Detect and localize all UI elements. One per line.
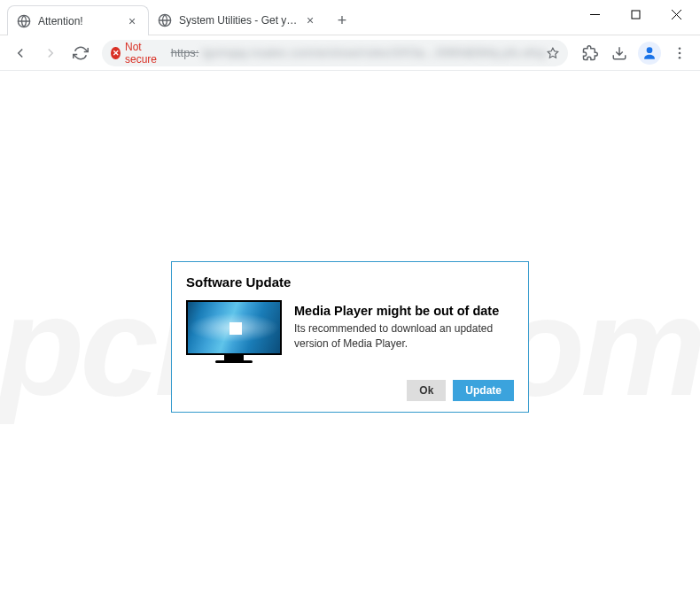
svg-marker-6: [548, 48, 558, 58]
tab-attention[interactable]: Attention! ×: [7, 5, 149, 35]
close-icon[interactable]: ×: [125, 14, 139, 28]
tab-title: System Utilities - Get your PC in: [179, 14, 298, 27]
tab-system-utilities[interactable]: System Utilities - Get your PC in ×: [149, 5, 326, 35]
back-button[interactable]: [7, 39, 34, 67]
tab-title: Attention!: [38, 15, 120, 27]
extensions-button[interactable]: [577, 39, 603, 67]
dialog-text: Media Player might be out of date Its re…: [294, 300, 514, 364]
minimize-button[interactable]: [574, 0, 615, 28]
reload-button[interactable]: [67, 39, 94, 67]
new-tab-button[interactable]: +: [330, 8, 354, 33]
menu-button[interactable]: [666, 39, 693, 67]
browser-toolbar: ✕ Not secure https: /gxmqay.nsalex.com/w…: [0, 35, 700, 71]
url-text: https: /gxmqay.nsalex.com/w/show/roles/3…: [171, 46, 547, 59]
dialog-buttons: Ok Update: [186, 380, 514, 401]
bookmark-icon[interactable]: [547, 45, 559, 61]
ok-button[interactable]: Ok: [407, 380, 446, 401]
security-status[interactable]: ✕ Not secure: [111, 41, 163, 66]
monitor-image: [186, 300, 282, 364]
update-button[interactable]: Update: [453, 380, 514, 401]
address-bar[interactable]: ✕ Not secure https: /gxmqay.nsalex.com/w…: [102, 40, 567, 66]
dialog-title: Software Update: [186, 274, 514, 290]
software-update-dialog: Software Update Media Player might be ou…: [171, 261, 529, 413]
window-controls: [574, 0, 700, 28]
page-content: pcrisk.com Software Update Media Player …: [0, 71, 700, 603]
dialog-heading: Media Player might be out of date: [294, 304, 514, 318]
tabs-area: Attention! × System Utilities - Get your…: [0, 0, 574, 35]
globe-icon: [17, 14, 31, 28]
dialog-body: Media Player might be out of date Its re…: [186, 300, 514, 364]
svg-point-10: [679, 56, 681, 58]
dialog-description: Its recommended to download an updated v…: [294, 321, 514, 352]
close-icon[interactable]: ×: [303, 13, 317, 27]
security-label: Not secure: [125, 41, 164, 66]
svg-point-8: [679, 47, 681, 50]
forward-button[interactable]: [37, 39, 64, 67]
globe-icon: [158, 13, 172, 27]
svg-rect-3: [632, 11, 640, 19]
window-titlebar: Attention! × System Utilities - Get your…: [0, 0, 700, 35]
close-window-button[interactable]: [656, 0, 696, 28]
not-secure-icon: ✕: [111, 47, 121, 59]
avatar-icon: [638, 42, 661, 65]
svg-point-7: [647, 47, 653, 53]
downloads-button[interactable]: [607, 39, 634, 67]
profile-button[interactable]: [636, 39, 663, 67]
svg-point-9: [679, 51, 681, 54]
maximize-button[interactable]: [615, 0, 656, 28]
